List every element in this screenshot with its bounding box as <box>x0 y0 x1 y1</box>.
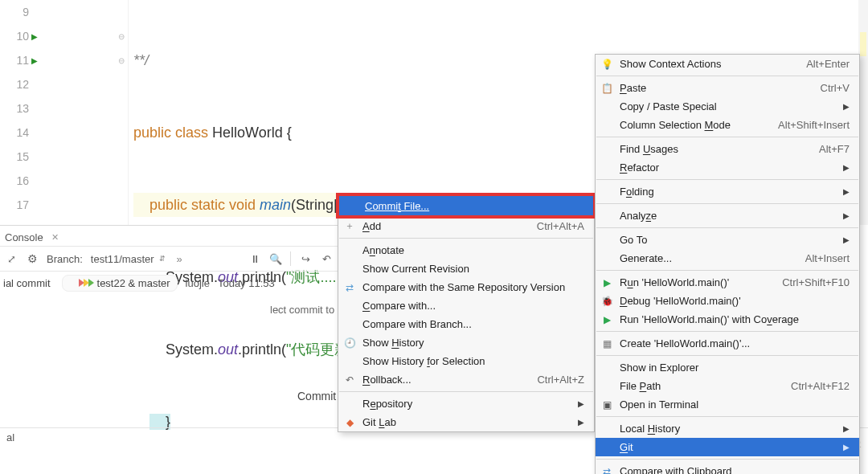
menu-git[interactable]: Git▶ <box>596 438 859 456</box>
line-number: 14 <box>6 126 29 139</box>
branch-icon <box>88 279 94 287</box>
editor-context-menu: 💡Show Context ActionsAlt+Enter 📋PasteCtr… <box>595 54 860 474</box>
branch-value[interactable]: test11/master <box>91 253 154 265</box>
paste-icon: 📋 <box>600 82 613 95</box>
separator <box>596 137 858 137</box>
submenu-arrow-icon: ▶ <box>563 418 584 427</box>
menu-compare-branch[interactable]: Compare with Branch... <box>338 315 594 333</box>
branch-label: Branch: <box>47 253 83 265</box>
gitlab-icon: ◆ <box>343 416 356 429</box>
menu-copy-paste-special[interactable]: Copy / Paste Special▶ <box>596 97 859 116</box>
console-tab-bar: Console ✕ <box>0 225 338 245</box>
separator <box>596 416 858 417</box>
menu-analyze[interactable]: Analyze▶ <box>596 206 859 225</box>
separator <box>596 355 858 356</box>
undo-icon[interactable]: ↶ <box>320 252 333 265</box>
divider <box>290 251 291 266</box>
vcs-log-row[interactable]: ial commit test22 & master luojie Today … <box>0 272 338 294</box>
menu-generate[interactable]: Generate...Alt+Insert <box>596 249 859 268</box>
menu-debug[interactable]: 🐞Debug 'HelloWorld.main()' <box>596 292 859 310</box>
menu-run-coverage[interactable]: ▶Run 'HelloWorld.main()' with Coverage <box>596 310 859 329</box>
menu-create-run-config[interactable]: ▦Create 'HelloWorld.main()'... <box>596 334 859 353</box>
coverage-icon: ▶ <box>600 313 613 326</box>
config-icon: ▦ <box>600 337 613 350</box>
menu-gitlab[interactable]: ◆Git Lab▶ <box>338 413 594 431</box>
menu-open-terminal[interactable]: ▣Open in Terminal <box>596 395 859 414</box>
menu-show-history-selection[interactable]: Show History for Selection <box>338 352 594 370</box>
menu-compare-clipboard[interactable]: ⇄Compare with Clipboard <box>596 462 859 474</box>
history-icon: 🕘 <box>343 337 356 349</box>
diff-icon: ⇄ <box>343 281 356 294</box>
menu-refactor[interactable]: Refactor▶ <box>596 158 859 177</box>
menu-goto[interactable]: Go To▶ <box>596 231 859 249</box>
menu-column-selection[interactable]: Column Selection ModeAlt+Shift+Insert <box>596 116 859 134</box>
menu-file-path[interactable]: File PathCtrl+Alt+F12 <box>596 377 859 395</box>
vcs-toolbar: ⤢ ⚙ Branch: test11/master⇵ » ⏸ 🔍 ↪ ↶ <box>0 246 338 272</box>
submenu-arrow-icon: ▶ <box>829 443 850 452</box>
line-number: 16 <box>6 174 29 187</box>
more-icon[interactable]: » <box>177 253 182 265</box>
menu-repository[interactable]: Repository▶ <box>338 394 594 413</box>
fold-icon[interactable]: ⊖ <box>118 32 125 41</box>
line-number: 10 <box>6 30 29 43</box>
separator <box>596 76 858 76</box>
submenu-arrow-icon: ▶ <box>829 102 850 111</box>
submenu-arrow-icon: ▶ <box>829 163 850 172</box>
separator <box>596 179 858 180</box>
menu-paste[interactable]: 📋PasteCtrl+V <box>596 79 859 97</box>
debug-icon: 🐞 <box>600 295 613 308</box>
fold-icon[interactable]: ⊖ <box>118 56 125 65</box>
separator <box>596 203 858 204</box>
separator <box>596 270 858 271</box>
submenu-arrow-icon: ▶ <box>563 399 584 408</box>
gear-icon[interactable]: ⚙ <box>26 252 39 265</box>
search-icon[interactable]: 🔍 <box>269 252 282 265</box>
menu-annotate[interactable]: Annotate <box>338 241 594 259</box>
close-icon[interactable]: ✕ <box>51 232 59 243</box>
line-number: 9 <box>6 6 29 18</box>
chevron-down-icon[interactable]: ⇵ <box>159 255 166 263</box>
commit-section-label: Commit <box>297 390 336 402</box>
console-tab[interactable]: Console <box>5 231 43 243</box>
submenu-arrow-icon: ▶ <box>829 211 850 220</box>
separator <box>596 331 858 332</box>
step-icon[interactable]: ↪ <box>299 252 312 265</box>
diff-icon: ⇄ <box>600 465 613 475</box>
line-number: 12 <box>6 78 29 91</box>
menu-show-current-revision[interactable]: Show Current Revision <box>338 259 594 278</box>
menu-show-history[interactable]: 🕘Show History <box>338 333 594 352</box>
git-submenu: Commit File... ＋AddCtrl+Alt+A Annotate S… <box>338 195 595 432</box>
menu-rollback[interactable]: ↶Rollback...Ctrl+Alt+Z <box>338 370 594 389</box>
run-gutter-icon[interactable]: ▶ <box>29 32 40 41</box>
commit-msg: ial commit <box>0 276 54 291</box>
menu-compare-with[interactable]: Compare with... <box>338 296 594 315</box>
branch-tag[interactable]: test22 & master <box>62 275 178 292</box>
separator <box>596 459 858 460</box>
separator <box>339 238 593 239</box>
gutter: 9 10▶⊖ 11▶⊖ 12 13 14 15 16 17 <box>0 0 129 225</box>
menu-folding[interactable]: Folding▶ <box>596 182 859 201</box>
menu-show-in-explorer[interactable]: Show in Explorer <box>596 358 859 377</box>
pause-icon[interactable]: ⏸ <box>248 252 261 265</box>
menu-compare-same-repo[interactable]: ⇄Compare with the Same Repository Versio… <box>338 278 594 296</box>
menu-local-history[interactable]: Local History▶ <box>596 419 859 438</box>
bulb-icon: 💡 <box>600 58 613 71</box>
line-number: 17 <box>6 198 29 211</box>
separator <box>339 391 593 392</box>
run-icon: ▶ <box>600 276 613 289</box>
expand-icon[interactable]: ⤢ <box>5 252 18 265</box>
hint-text: lect commit to <box>270 304 334 316</box>
line-number: 15 <box>6 150 29 163</box>
menu-add[interactable]: ＋AddCtrl+Alt+A <box>338 217 594 235</box>
menu-commit-file[interactable]: Commit File... <box>336 193 596 219</box>
terminal-icon: ▣ <box>600 398 613 411</box>
separator <box>596 227 858 228</box>
menu-show-context-actions[interactable]: 💡Show Context ActionsAlt+Enter <box>596 55 859 73</box>
menu-find-usages[interactable]: Find UsagesAlt+F7 <box>596 140 859 158</box>
menu-run[interactable]: ▶Run 'HelloWorld.main()'Ctrl+Shift+F10 <box>596 273 859 292</box>
commit-author: luojie <box>186 277 210 289</box>
rollback-icon: ↶ <box>343 374 356 386</box>
run-gutter-icon[interactable]: ▶ <box>29 56 40 65</box>
submenu-arrow-icon: ▶ <box>829 187 850 196</box>
line-number: 11 <box>6 54 29 67</box>
